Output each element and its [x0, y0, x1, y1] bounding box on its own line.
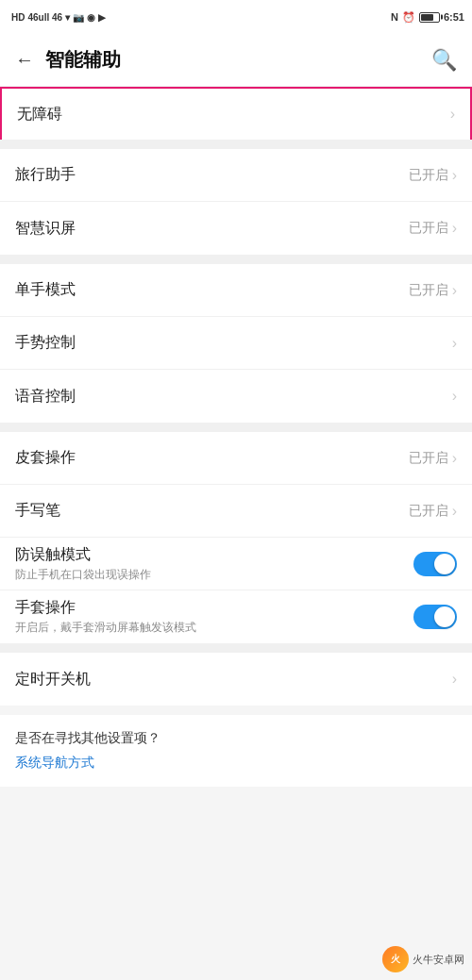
- watermark: 火 火牛安卓网: [382, 946, 464, 972]
- row-pen-chevron: ›: [452, 503, 457, 520]
- row-gesture-right: ›: [452, 335, 457, 352]
- row-glove-subtitle: 开启后，戴手套滑动屏幕触发该模式: [15, 620, 196, 636]
- content: 无障碍›旅行助手已开启›智慧识屏已开启›单手模式已开启›手势控制›语音控制›皮套…: [0, 87, 472, 706]
- section-accessibility: 无障碍›: [0, 87, 472, 140]
- row-glove-right: [413, 605, 457, 629]
- nfc-icon: N: [391, 11, 398, 23]
- row-smartscreen-left: 智慧识屏: [15, 219, 76, 239]
- row-gesture[interactable]: 手势控制›: [0, 317, 472, 370]
- row-timer-left: 定时开关机: [15, 670, 91, 689]
- section-gestures: 单手模式已开启›手势控制›语音控制›: [0, 264, 472, 423]
- nav-bar: ← 智能辅助 🔍: [0, 34, 472, 87]
- row-gesture-title: 手势控制: [15, 333, 76, 353]
- row-cover-status: 已开启: [409, 450, 448, 467]
- row-gesture-chevron: ›: [452, 335, 457, 352]
- row-cover[interactable]: 皮套操作已开启›: [0, 432, 472, 485]
- row-onehand-left: 单手模式: [15, 280, 76, 300]
- row-onehand-chevron: ›: [452, 282, 457, 299]
- row-timer-right: ›: [452, 671, 457, 688]
- time-display: 6:51: [444, 11, 464, 23]
- row-smartscreen-status: 已开启: [409, 220, 448, 237]
- wifi-icon: ▾: [65, 12, 70, 23]
- row-travel-left: 旅行助手: [15, 165, 76, 185]
- row-onehand[interactable]: 单手模式已开启›: [0, 264, 472, 317]
- row-voice[interactable]: 语音控制›: [0, 370, 472, 423]
- row-cover-right: 已开启›: [409, 450, 457, 467]
- status-right: N ⏰ 6:51: [391, 11, 464, 24]
- row-travel-right: 已开启›: [409, 167, 457, 184]
- row-pen-right: 已开启›: [409, 503, 457, 520]
- row-pen[interactable]: 手写笔已开启›: [0, 485, 472, 538]
- back-button[interactable]: ←: [15, 49, 34, 71]
- row-pen-status: 已开启: [409, 503, 448, 520]
- row-travel-status: 已开启: [409, 167, 448, 184]
- row-errorfree-left: 防误触模式防止手机在口袋出现误操作: [15, 545, 151, 583]
- nav-left: ← 智能辅助: [15, 47, 121, 73]
- row-gesture-left: 手势控制: [15, 333, 76, 353]
- row-timer-chevron: ›: [452, 671, 457, 688]
- row-errorfree-title: 防误触模式: [15, 545, 151, 565]
- status-hd: HD: [11, 12, 25, 23]
- row-glove[interactable]: 手套操作开启后，戴手套滑动屏幕触发该模式: [0, 590, 472, 643]
- system-nav-link[interactable]: 系统导航方式: [15, 755, 457, 772]
- row-cover-chevron: ›: [452, 450, 457, 467]
- bottom-card-question: 是否在寻找其他设置项？: [15, 730, 457, 747]
- row-smartscreen-chevron: ›: [452, 220, 457, 237]
- battery-body: [419, 12, 440, 23]
- row-errorfree-toggle[interactable]: [413, 552, 457, 576]
- battery-fill: [421, 14, 433, 21]
- alarm-icon: ⏰: [402, 11, 415, 24]
- row-travel-title: 旅行助手: [15, 165, 76, 185]
- row-glove-toggle[interactable]: [413, 605, 457, 629]
- page-title: 智能辅助: [45, 47, 121, 73]
- row-glove-left: 手套操作开启后，戴手套滑动屏幕触发该模式: [15, 598, 196, 636]
- row-pen-left: 手写笔: [15, 501, 60, 521]
- row-errorfree-subtitle: 防止手机在口袋出现误操作: [15, 567, 151, 583]
- row-smartscreen[interactable]: 智慧识屏已开启›: [0, 202, 472, 255]
- row-pen-title: 手写笔: [15, 501, 60, 521]
- status-signal: 46ull 46: [27, 12, 62, 23]
- row-onehand-right: 已开启›: [409, 282, 457, 299]
- row-errorfree[interactable]: 防误触模式防止手机在口袋出现误操作: [0, 538, 472, 590]
- row-voice-right: ›: [452, 388, 457, 405]
- row-voice-left: 语音控制: [15, 387, 76, 407]
- row-voice-title: 语音控制: [15, 387, 76, 407]
- row-timer-title: 定时开关机: [15, 670, 91, 689]
- bottom-card: 是否在寻找其他设置项？ 系统导航方式: [0, 715, 472, 787]
- section-timer: 定时开关机›: [0, 653, 472, 706]
- section-cover: 皮套操作已开启›手写笔已开启›防误触模式防止手机在口袋出现误操作手套操作开启后，…: [0, 432, 472, 643]
- row-smartscreen-right: 已开启›: [409, 220, 457, 237]
- row-cover-title: 皮套操作: [15, 448, 76, 468]
- search-button[interactable]: 🔍: [431, 48, 457, 73]
- row-wuzhangai[interactable]: 无障碍›: [0, 87, 472, 140]
- row-onehand-status: 已开启: [409, 282, 448, 299]
- section-travel: 旅行助手已开启›智慧识屏已开启›: [0, 149, 472, 255]
- status-left: HD 46ull 46 ▾ 📷 ◉ ▶: [11, 12, 106, 23]
- row-voice-chevron: ›: [452, 388, 457, 405]
- watermark-text: 火牛安卓网: [413, 953, 464, 967]
- row-onehand-title: 单手模式: [15, 280, 76, 300]
- row-travel[interactable]: 旅行助手已开启›: [0, 149, 472, 202]
- row-wuzhangai-chevron: ›: [450, 106, 455, 123]
- battery: [419, 12, 440, 23]
- row-wuzhangai-title: 无障碍: [17, 105, 62, 125]
- status-bar: HD 46ull 46 ▾ 📷 ◉ ▶ N ⏰ 6:51: [0, 0, 472, 34]
- watermark-logo: 火: [382, 946, 409, 972]
- row-travel-chevron: ›: [452, 167, 457, 184]
- status-icons: 📷 ◉ ▶: [73, 12, 106, 23]
- row-timer[interactable]: 定时开关机›: [0, 653, 472, 706]
- row-wuzhangai-left: 无障碍: [17, 105, 62, 125]
- row-wuzhangai-right: ›: [450, 106, 455, 123]
- row-errorfree-right: [413, 552, 457, 576]
- row-glove-title: 手套操作: [15, 598, 196, 618]
- row-smartscreen-title: 智慧识屏: [15, 219, 76, 239]
- row-cover-left: 皮套操作: [15, 448, 76, 468]
